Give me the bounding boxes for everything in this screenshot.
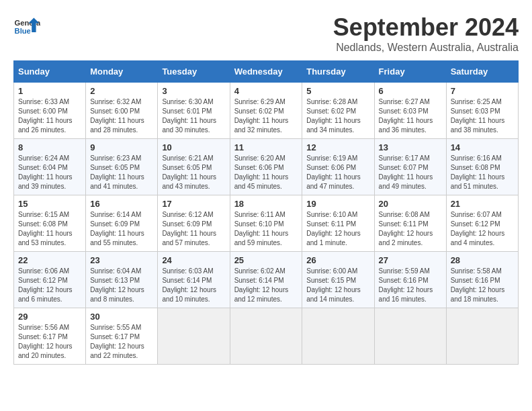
day-info: Sunrise: 6:33 AM Sunset: 6:00 PM Dayligh… — [18, 97, 81, 135]
day-number: 22 — [18, 255, 81, 265]
day-number: 4 — [234, 86, 298, 96]
day-number: 9 — [90, 142, 153, 152]
calendar-cell — [374, 308, 446, 365]
day-number: 13 — [379, 142, 442, 152]
day-info: Sunrise: 6:02 AM Sunset: 6:14 PM Dayligh… — [234, 267, 298, 304]
calendar-cell: 8Sunrise: 6:24 AM Sunset: 6:04 PM Daylig… — [14, 139, 86, 195]
day-header-thursday: Thursday — [302, 61, 374, 83]
day-number: 28 — [451, 255, 514, 265]
day-info: Sunrise: 6:19 AM Sunset: 6:06 PM Dayligh… — [306, 154, 369, 191]
calendar-cell: 15Sunrise: 6:15 AM Sunset: 6:08 PM Dayli… — [14, 195, 86, 252]
day-number: 14 — [451, 142, 514, 152]
calendar-week-5: 29Sunrise: 5:56 AM Sunset: 6:17 PM Dayli… — [14, 308, 519, 365]
day-info: Sunrise: 6:14 AM Sunset: 6:09 PM Dayligh… — [90, 210, 153, 248]
day-number: 2 — [90, 86, 153, 96]
day-info: Sunrise: 6:12 AM Sunset: 6:09 PM Dayligh… — [162, 210, 225, 248]
calendar-week-3: 15Sunrise: 6:15 AM Sunset: 6:08 PM Dayli… — [14, 195, 519, 252]
day-number: 3 — [162, 86, 225, 96]
calendar-cell: 27Sunrise: 5:59 AM Sunset: 6:16 PM Dayli… — [374, 252, 446, 308]
calendar-cell: 24Sunrise: 6:03 AM Sunset: 6:14 PM Dayli… — [158, 252, 230, 308]
calendar-cell — [230, 308, 302, 365]
day-number: 26 — [306, 255, 369, 265]
day-number: 12 — [306, 142, 369, 152]
svg-text:Blue: Blue — [15, 27, 31, 35]
day-number: 27 — [379, 255, 442, 265]
calendar-cell: 20Sunrise: 6:08 AM Sunset: 6:11 PM Dayli… — [374, 195, 446, 252]
day-info: Sunrise: 6:04 AM Sunset: 6:13 PM Dayligh… — [90, 267, 153, 304]
calendar-cell: 16Sunrise: 6:14 AM Sunset: 6:09 PM Dayli… — [86, 195, 158, 252]
calendar-header-row: SundayMondayTuesdayWednesdayThursdayFrid… — [14, 61, 519, 83]
calendar-cell: 7Sunrise: 6:25 AM Sunset: 6:03 PM Daylig… — [446, 83, 518, 139]
subtitle: Nedlands, Western Australia, Australia — [333, 42, 519, 54]
day-info: Sunrise: 6:00 AM Sunset: 6:15 PM Dayligh… — [306, 267, 369, 304]
day-info: Sunrise: 6:10 AM Sunset: 6:11 PM Dayligh… — [306, 210, 369, 248]
day-info: Sunrise: 6:07 AM Sunset: 6:12 PM Dayligh… — [451, 210, 514, 248]
day-number: 20 — [379, 199, 442, 209]
day-number: 23 — [90, 255, 153, 265]
calendar-cell: 6Sunrise: 6:27 AM Sunset: 6:03 PM Daylig… — [374, 83, 446, 139]
day-number: 21 — [451, 199, 514, 209]
day-number: 6 — [379, 86, 442, 96]
calendar-cell: 30Sunrise: 5:55 AM Sunset: 6:17 PM Dayli… — [86, 308, 158, 365]
day-number: 15 — [18, 199, 81, 209]
page-header: General Blue September 2024 Nedlands, We… — [13, 13, 519, 54]
day-info: Sunrise: 6:30 AM Sunset: 6:01 PM Dayligh… — [162, 97, 225, 135]
calendar-cell: 17Sunrise: 6:12 AM Sunset: 6:09 PM Dayli… — [158, 195, 230, 252]
day-info: Sunrise: 6:32 AM Sunset: 6:00 PM Dayligh… — [90, 97, 153, 135]
day-info: Sunrise: 6:06 AM Sunset: 6:12 PM Dayligh… — [18, 267, 81, 304]
day-info: Sunrise: 6:25 AM Sunset: 6:03 PM Dayligh… — [451, 97, 514, 135]
calendar-cell — [302, 308, 374, 365]
day-info: Sunrise: 6:20 AM Sunset: 6:06 PM Dayligh… — [234, 154, 298, 191]
day-number: 8 — [18, 142, 81, 152]
day-header-wednesday: Wednesday — [230, 61, 302, 83]
calendar-cell: 19Sunrise: 6:10 AM Sunset: 6:11 PM Dayli… — [302, 195, 374, 252]
day-number: 25 — [234, 255, 298, 265]
calendar-week-1: 1Sunrise: 6:33 AM Sunset: 6:00 PM Daylig… — [14, 83, 519, 139]
calendar-cell — [446, 308, 518, 365]
day-info: Sunrise: 6:08 AM Sunset: 6:11 PM Dayligh… — [379, 210, 442, 248]
calendar-cell: 29Sunrise: 5:56 AM Sunset: 6:17 PM Dayli… — [14, 308, 86, 365]
calendar-cell: 2Sunrise: 6:32 AM Sunset: 6:00 PM Daylig… — [86, 83, 158, 139]
day-number: 30 — [90, 312, 153, 322]
calendar: SundayMondayTuesdayWednesdayThursdayFrid… — [13, 60, 519, 365]
day-number: 16 — [90, 199, 153, 209]
day-number: 18 — [234, 199, 298, 209]
main-title: September 2024 — [333, 13, 519, 42]
day-info: Sunrise: 6:21 AM Sunset: 6:05 PM Dayligh… — [162, 154, 225, 191]
calendar-cell: 26Sunrise: 6:00 AM Sunset: 6:15 PM Dayli… — [302, 252, 374, 308]
day-header-monday: Monday — [86, 61, 158, 83]
day-number: 7 — [451, 86, 514, 96]
day-info: Sunrise: 6:29 AM Sunset: 6:02 PM Dayligh… — [234, 97, 298, 135]
day-header-tuesday: Tuesday — [158, 61, 230, 83]
day-info: Sunrise: 6:16 AM Sunset: 6:08 PM Dayligh… — [451, 154, 514, 191]
day-number: 29 — [18, 312, 81, 322]
calendar-cell: 4Sunrise: 6:29 AM Sunset: 6:02 PM Daylig… — [230, 83, 302, 139]
day-info: Sunrise: 6:27 AM Sunset: 6:03 PM Dayligh… — [379, 97, 442, 135]
calendar-cell: 10Sunrise: 6:21 AM Sunset: 6:05 PM Dayli… — [158, 139, 230, 195]
calendar-cell: 14Sunrise: 6:16 AM Sunset: 6:08 PM Dayli… — [446, 139, 518, 195]
calendar-cell: 9Sunrise: 6:23 AM Sunset: 6:05 PM Daylig… — [86, 139, 158, 195]
day-info: Sunrise: 5:55 AM Sunset: 6:17 PM Dayligh… — [90, 323, 153, 361]
day-info: Sunrise: 5:59 AM Sunset: 6:16 PM Dayligh… — [379, 267, 442, 304]
calendar-cell: 18Sunrise: 6:11 AM Sunset: 6:10 PM Dayli… — [230, 195, 302, 252]
day-header-saturday: Saturday — [446, 61, 518, 83]
calendar-cell: 23Sunrise: 6:04 AM Sunset: 6:13 PM Dayli… — [86, 252, 158, 308]
day-info: Sunrise: 6:17 AM Sunset: 6:07 PM Dayligh… — [379, 154, 442, 191]
calendar-cell: 21Sunrise: 6:07 AM Sunset: 6:12 PM Dayli… — [446, 195, 518, 252]
day-header-sunday: Sunday — [14, 61, 86, 83]
day-header-friday: Friday — [374, 61, 446, 83]
calendar-cell: 3Sunrise: 6:30 AM Sunset: 6:01 PM Daylig… — [158, 83, 230, 139]
day-number: 24 — [162, 255, 225, 265]
calendar-week-2: 8Sunrise: 6:24 AM Sunset: 6:04 PM Daylig… — [14, 139, 519, 195]
day-info: Sunrise: 5:58 AM Sunset: 6:16 PM Dayligh… — [451, 267, 514, 304]
calendar-week-4: 22Sunrise: 6:06 AM Sunset: 6:12 PM Dayli… — [14, 252, 519, 308]
title-section: September 2024 Nedlands, Western Austral… — [333, 13, 519, 54]
calendar-cell — [158, 308, 230, 365]
day-number: 17 — [162, 199, 225, 209]
day-info: Sunrise: 6:15 AM Sunset: 6:08 PM Dayligh… — [18, 210, 81, 248]
day-info: Sunrise: 6:28 AM Sunset: 6:02 PM Dayligh… — [306, 97, 369, 135]
calendar-cell: 1Sunrise: 6:33 AM Sunset: 6:00 PM Daylig… — [14, 83, 86, 139]
logo: General Blue — [13, 13, 43, 40]
calendar-cell: 22Sunrise: 6:06 AM Sunset: 6:12 PM Dayli… — [14, 252, 86, 308]
day-number: 5 — [306, 86, 369, 96]
